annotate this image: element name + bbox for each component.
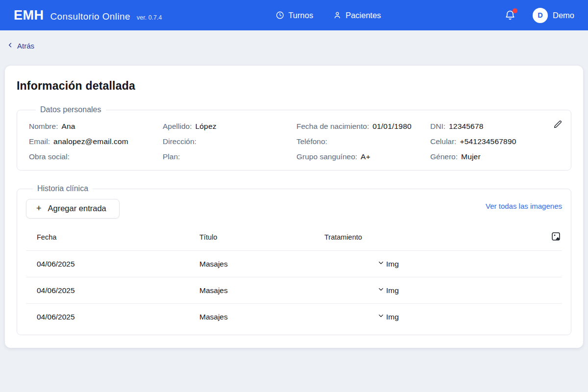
field-label: Dirección: — [163, 137, 196, 146]
image-icon — [551, 231, 561, 243]
nav-item-label: Pacientes — [345, 11, 381, 20]
field-label: Email: — [29, 137, 50, 146]
history-toolbar: + Agregar entrada Ver todas las imagenes — [26, 199, 562, 219]
field-label: Grupo sanguíneo: — [296, 152, 357, 161]
history-titulo: Masajes — [189, 313, 314, 321]
clinical-history-section: Historia clínica + Agregar entrada Ver t… — [17, 184, 571, 335]
field-label: Género: — [430, 152, 458, 161]
history-row: 04/06/2025 Masajes Img — [26, 277, 562, 304]
field-telefono: Teléfono: — [296, 137, 430, 146]
field-celular: Celular:+541234567890 — [430, 137, 559, 146]
personal-fields-grid: Nombre:Ana Apellido:López Fecha de nacim… — [29, 118, 559, 161]
history-titulo: Masajes — [189, 286, 314, 295]
chevron-down-icon — [377, 286, 385, 295]
field-obra-social: Obra social: — [29, 152, 163, 161]
field-label: Plan: — [163, 152, 180, 161]
field-value: 01/01/1980 — [372, 122, 412, 130]
page-title: Información detallada — [17, 79, 571, 93]
nav-item-pacientes[interactable]: Pacientes — [333, 11, 381, 20]
img-toggle[interactable]: Img — [377, 312, 399, 321]
history-row: 04/06/2025 Masajes Img — [26, 304, 562, 330]
main-nav: Turnos Pacientes — [275, 11, 381, 20]
clock-icon — [275, 11, 284, 20]
personal-data-legend: Datos personales — [36, 105, 106, 114]
field-value: 12345678 — [449, 122, 484, 130]
chevron-down-icon — [377, 259, 385, 269]
img-toggle-label: Img — [386, 286, 399, 295]
person-icon — [333, 11, 342, 20]
view-all-images-link[interactable]: Ver todas las imagenes — [486, 202, 562, 210]
add-entry-label: Agregar entrada — [48, 204, 106, 213]
field-genero: Género:Mujer — [430, 152, 559, 161]
plus-icon: + — [36, 203, 42, 214]
notification-dot — [513, 8, 517, 13]
history-titulo: Masajes — [189, 260, 314, 269]
field-fecha-nacimiento: Fecha de nacimiento:01/01/1980 — [296, 122, 430, 131]
app-title: Consultorio Online — [50, 11, 131, 22]
field-nombre: Nombre:Ana — [29, 122, 163, 131]
field-value: López — [195, 122, 216, 130]
back-row: Atrás — [7, 42, 588, 50]
nav-item-turnos[interactable]: Turnos — [275, 11, 313, 20]
history-fecha: 04/06/2025 — [26, 260, 189, 269]
avatar: D — [533, 8, 548, 23]
patient-detail-card: Información detallada Datos personales N… — [5, 66, 583, 348]
pencil-icon — [552, 119, 563, 130]
brand[interactable]: EMH Consultorio Online ver. 0.7.4 — [14, 8, 162, 23]
field-grupo-sanguineo: Grupo sanguíneo:A+ — [296, 152, 430, 161]
field-label: Fecha de nacimiento: — [296, 122, 369, 130]
field-dni: DNI:12345678 — [430, 122, 559, 131]
field-label: Nombre: — [29, 122, 58, 130]
img-toggle[interactable]: Img — [377, 286, 399, 295]
top-navbar: EMH Consultorio Online ver. 0.7.4 Turnos… — [0, 0, 588, 30]
edit-button[interactable] — [552, 119, 563, 130]
header-titulo: Título — [189, 233, 314, 241]
field-label: Obra social: — [29, 152, 70, 161]
history-tratamiento: Img — [314, 286, 542, 295]
user-menu[interactable]: D Demo — [533, 8, 574, 23]
field-label: Celular: — [430, 137, 456, 146]
field-value: Mujer — [461, 152, 481, 161]
chevron-left-icon — [7, 42, 14, 50]
img-toggle-label: Img — [386, 260, 399, 269]
header-fecha: Fecha — [26, 233, 189, 241]
user-name: Demo — [553, 11, 574, 20]
field-value: +541234567890 — [460, 137, 516, 146]
field-label: DNI: — [430, 122, 445, 130]
field-plan: Plan: — [163, 152, 296, 161]
field-value: A+ — [361, 152, 370, 161]
notifications-button[interactable] — [504, 9, 516, 21]
back-label: Atrás — [17, 42, 34, 50]
history-table: Fecha Título Tratamiento 04/06/2025 Masa… — [26, 224, 562, 330]
navbar-right: D Demo — [504, 8, 574, 23]
field-label: Teléfono: — [296, 137, 327, 146]
nav-item-label: Turnos — [288, 11, 313, 20]
header-images-cell — [542, 231, 562, 243]
img-toggle[interactable]: Img — [377, 259, 399, 269]
app-version: ver. 0.7.4 — [137, 14, 162, 21]
add-entry-button[interactable]: + Agregar entrada — [26, 199, 120, 219]
field-apellido: Apellido:López — [163, 122, 296, 131]
history-row: 04/06/2025 Masajes Img — [26, 251, 562, 277]
img-toggle-label: Img — [386, 313, 399, 321]
bell-icon — [504, 14, 516, 23]
header-tratamiento: Tratamiento — [314, 233, 542, 241]
personal-data-section: Datos personales Nombre:Ana Apellido:Lóp… — [17, 105, 571, 171]
field-email: Email:analopez@email.com — [29, 137, 163, 146]
history-fecha: 04/06/2025 — [26, 286, 189, 295]
clinical-history-legend: Historia clínica — [33, 184, 93, 193]
field-value: analopez@email.com — [53, 137, 128, 146]
history-tratamiento: Img — [314, 259, 542, 269]
field-label: Apellido: — [163, 122, 192, 130]
back-button[interactable]: Atrás — [7, 42, 34, 50]
history-table-header: Fecha Título Tratamiento — [26, 224, 562, 251]
brand-logo: EMH — [14, 8, 44, 23]
field-direccion: Dirección: — [163, 137, 296, 146]
chevron-down-icon — [377, 312, 385, 321]
history-tratamiento: Img — [314, 312, 542, 321]
history-fecha: 04/06/2025 — [26, 313, 189, 321]
field-value: Ana — [61, 122, 75, 130]
